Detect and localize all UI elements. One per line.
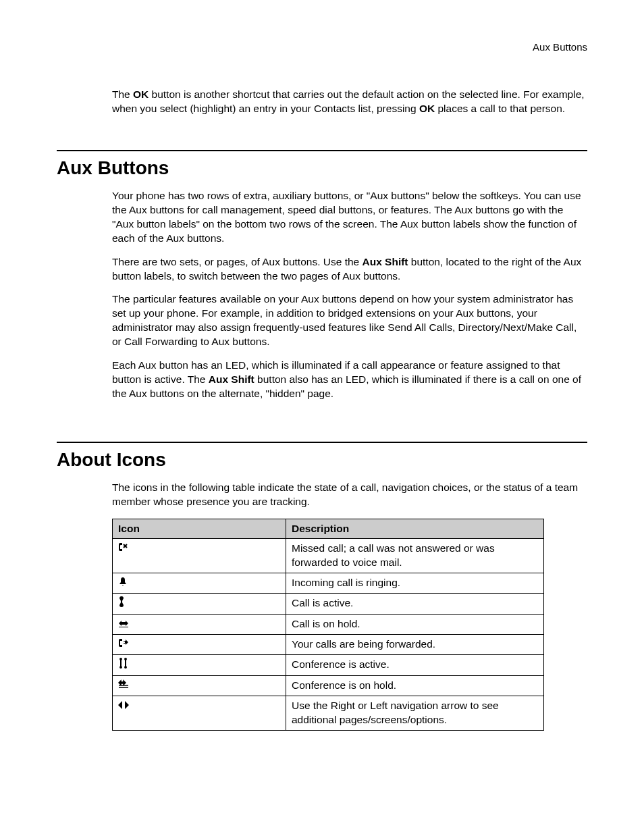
divider [57,150,587,151]
paragraph: There are two sets, or pages, of Aux but… [112,255,587,284]
text: places a call to that person. [435,103,565,114]
text-bold: OK [419,103,435,114]
running-header: Aux Buttons [57,41,587,54]
paragraph: Each Aux button has an LED, which is ill… [112,359,587,401]
section-heading: About Icons [57,447,587,473]
table-cell: Conference is on hold. [286,675,544,696]
text: The [112,88,133,100]
table-row: Missed call; a call was not answered or … [113,539,544,573]
conference-active-icon [118,659,129,671]
table-row: Call is active. [113,594,544,615]
table-row: Call is on hold. [113,615,544,635]
table-row: Conference is on hold. [113,675,544,696]
forwarded-icon [118,638,129,650]
table-cell: Call is on hold. [286,615,544,635]
table-row: Use the Right or Left navigation arrow t… [113,696,544,730]
table-cell: Conference is active. [286,654,544,675]
about-icons-section: About Icons The icons in the following t… [57,442,587,731]
table-cell: Missed call; a call was not answered or … [286,539,544,573]
active-call-icon [118,598,125,609]
icons-table: Icon Description Missed call; a call was… [112,519,544,731]
table-cell: Use the Right or Left navigation arrow t… [286,696,544,730]
table-header: Description [286,519,544,539]
table-header: Icon [113,519,286,539]
table-header-row: Icon Description [113,519,544,539]
intro-paragraph: The OK button is another shortcut that c… [112,88,587,116]
text-bold: Aux Shift [209,373,254,385]
paragraph: The particular features available on you… [112,292,587,349]
missed-call-icon [118,542,129,554]
aux-buttons-section: Aux Buttons Your phone has two rows of e… [57,150,587,401]
ringing-icon [118,577,128,588]
hold-icon [118,618,129,629]
nav-arrows-icon [118,700,129,711]
table-row: Conference is active. [113,654,544,675]
section-heading: Aux Buttons [57,155,587,181]
table-row: Your calls are being forwarded. [113,635,544,655]
text-bold: Aux Shift [362,256,408,267]
table-cell: Incoming call is ringing. [286,573,544,594]
paragraph: The icons in the following table indicat… [112,481,587,509]
table-cell: Your calls are being forwarded. [286,635,544,655]
table-cell: Call is active. [286,594,544,615]
section-body: Your phone has two rows of extra, auxili… [112,189,587,401]
text-bold: OK [133,88,149,100]
divider [57,442,587,443]
text: There are two sets, or pages, of Aux but… [112,256,362,267]
section-body: The icons in the following table indicat… [112,481,587,731]
table-row: Incoming call is ringing. [113,573,544,594]
conference-hold-icon [118,679,129,691]
paragraph: Your phone has two rows of extra, auxili… [112,189,587,246]
